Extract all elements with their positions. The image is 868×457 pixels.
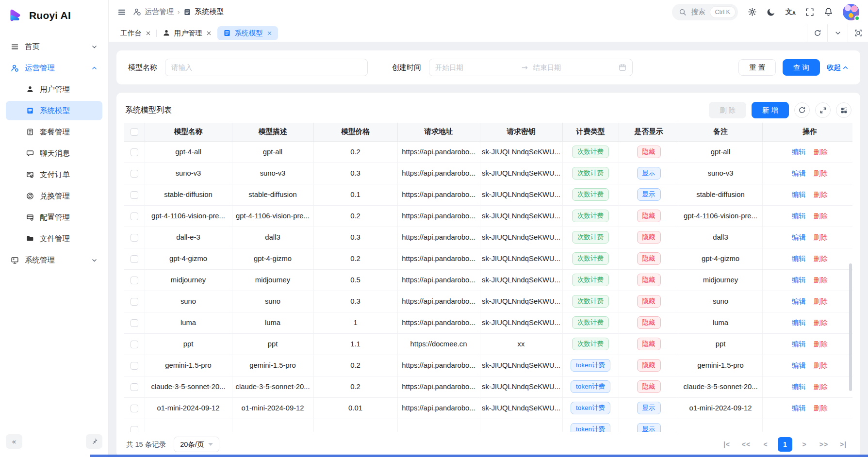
edit-link[interactable]: 编辑 <box>792 255 806 262</box>
tab-label: 工作台 <box>120 29 142 38</box>
settings-gear-icon[interactable] <box>748 7 757 16</box>
edit-link[interactable]: 编辑 <box>792 191 806 198</box>
row-checkbox[interactable] <box>131 255 138 263</box>
tab-系统模型[interactable]: 系统模型 <box>217 26 278 40</box>
current-page[interactable]: 1 <box>778 437 792 452</box>
breadcrumb-item-system-model[interactable]: 系统模型 <box>183 7 224 16</box>
edit-link[interactable]: 编辑 <box>792 404 806 412</box>
breadcrumb-item-operations[interactable]: 运营管理 <box>133 7 174 16</box>
refresh-page-icon[interactable] <box>807 24 827 42</box>
row-checkbox[interactable] <box>131 319 138 327</box>
tab-menu-chevron-icon[interactable] <box>827 24 848 42</box>
table-fullscreen-button[interactable] <box>815 102 831 118</box>
date-range-picker[interactable]: 开始日期 结束日期 <box>429 59 633 76</box>
sidebar-subitem-支付订单[interactable]: 支付订单 <box>6 165 102 184</box>
edit-link[interactable]: 编辑 <box>792 383 806 391</box>
edit-link[interactable]: 编辑 <box>792 319 806 326</box>
column-header: 请求密钥 <box>480 123 562 141</box>
next-page-button[interactable]: > <box>797 437 812 452</box>
dark-mode-moon-icon[interactable] <box>767 7 776 16</box>
cell-remark: suno-v3 <box>679 163 762 184</box>
close-icon[interactable] <box>206 31 212 36</box>
sidebar-item-首页[interactable]: 首页 <box>6 37 102 56</box>
sidebar-subitem-兑换管理[interactable]: 兑换管理 <box>6 186 102 206</box>
fullscreen-icon[interactable] <box>805 8 814 16</box>
sidebar-item-运营管理[interactable]: 运营管理 <box>6 58 102 78</box>
row-checkbox[interactable] <box>131 383 138 391</box>
sidebar-subitem-配置管理[interactable]: 配置管理 <box>6 208 102 227</box>
row-checkbox[interactable] <box>131 148 138 156</box>
table-refresh-button[interactable] <box>794 102 810 118</box>
close-icon[interactable] <box>267 31 272 36</box>
sidebar-subitem-用户管理[interactable]: 用户管理 <box>6 80 102 99</box>
delete-link[interactable]: 删除 <box>814 255 828 262</box>
model-name-input[interactable] <box>165 59 368 76</box>
row-checkbox[interactable] <box>131 212 138 220</box>
table-vertical-scrollbar[interactable] <box>849 141 852 432</box>
next-group-button[interactable]: >> <box>817 437 831 452</box>
row-checkbox[interactable] <box>131 191 138 199</box>
sidebar-item-系统管理[interactable]: 系统管理 <box>6 250 102 270</box>
prev-group-button[interactable]: << <box>739 437 753 452</box>
collapse-filter-link[interactable]: 收起 <box>827 63 849 72</box>
hamburger-icon[interactable] <box>117 8 126 16</box>
search-button[interactable]: 查 询 <box>783 59 820 76</box>
delete-link[interactable]: 删除 <box>814 404 828 412</box>
cell-request-key: sk-JIUQLNndqSeKWU... <box>480 248 562 269</box>
column-settings-button[interactable] <box>836 102 852 118</box>
select-all-checkbox[interactable] <box>131 128 138 136</box>
language-translate-icon[interactable]: 文A <box>786 8 796 16</box>
row-checkbox[interactable] <box>131 170 138 178</box>
first-page-button[interactable]: |< <box>720 437 734 452</box>
delete-selected-button[interactable]: 删 除 <box>709 102 746 118</box>
sidebar-subitem-系统模型[interactable]: 系统模型 <box>6 101 102 120</box>
edit-link[interactable]: 编辑 <box>792 148 806 156</box>
scrollbar-thumb[interactable] <box>849 263 852 392</box>
delete-link[interactable]: 删除 <box>814 212 828 220</box>
sidebar-pin-button[interactable] <box>86 434 102 449</box>
add-button[interactable]: 新 增 <box>752 102 789 118</box>
row-checkbox[interactable] <box>131 277 138 284</box>
content-fullscreen-icon[interactable] <box>848 24 868 42</box>
sidebar-subitem-文件管理[interactable]: 文件管理 <box>6 229 102 248</box>
delete-link[interactable]: 删除 <box>814 233 828 241</box>
delete-link[interactable]: 删除 <box>814 148 828 156</box>
edit-link[interactable]: 编辑 <box>792 361 806 369</box>
sidebar-subitem-聊天消息[interactable]: 聊天消息 <box>6 144 102 163</box>
delete-link[interactable]: 删除 <box>814 340 828 348</box>
tab-用户管理[interactable]: 用户管理 <box>157 26 217 40</box>
edit-link[interactable]: 编辑 <box>792 233 806 241</box>
edit-link[interactable]: 编辑 <box>792 340 806 348</box>
delete-link[interactable]: 删除 <box>814 276 828 284</box>
page-size-select[interactable]: 20条/页 <box>174 437 219 452</box>
close-icon[interactable] <box>146 31 151 36</box>
row-checkbox[interactable] <box>131 341 138 348</box>
cell-request-key: sk-JIUQLNndqSeKWU... <box>480 376 562 397</box>
sidebar-collapse-button[interactable]: « <box>6 434 22 449</box>
edit-link[interactable]: 编辑 <box>792 297 806 305</box>
row-checkbox[interactable] <box>131 298 138 306</box>
delete-link[interactable]: 删除 <box>814 297 828 305</box>
global-search[interactable]: 搜索 Ctrl K <box>672 4 738 20</box>
sidebar-subitem-套餐管理[interactable]: 套餐管理 <box>6 122 102 142</box>
search-shortcut: Ctrl K <box>710 7 735 17</box>
row-checkbox[interactable] <box>131 426 138 432</box>
delete-link[interactable]: 删除 <box>814 361 828 369</box>
row-checkbox[interactable] <box>131 234 138 242</box>
row-checkbox[interactable] <box>131 362 138 370</box>
tab-label: 用户管理 <box>174 29 202 38</box>
reset-button[interactable]: 重 置 <box>738 59 776 76</box>
delete-link[interactable]: 删除 <box>814 319 828 326</box>
edit-link[interactable]: 编辑 <box>792 169 806 177</box>
delete-link[interactable]: 删除 <box>814 191 828 198</box>
prev-page-button[interactable]: < <box>758 437 773 452</box>
row-checkbox[interactable] <box>131 405 138 412</box>
edit-link[interactable]: 编辑 <box>792 212 806 220</box>
tab-工作台[interactable]: 工作台 <box>115 26 157 40</box>
delete-link[interactable]: 删除 <box>814 169 828 177</box>
edit-link[interactable]: 编辑 <box>792 276 806 284</box>
delete-link[interactable]: 删除 <box>814 383 828 391</box>
user-avatar[interactable] <box>843 4 859 20</box>
notifications-bell-icon[interactable] <box>824 7 833 16</box>
last-page-button[interactable]: >| <box>836 437 851 452</box>
